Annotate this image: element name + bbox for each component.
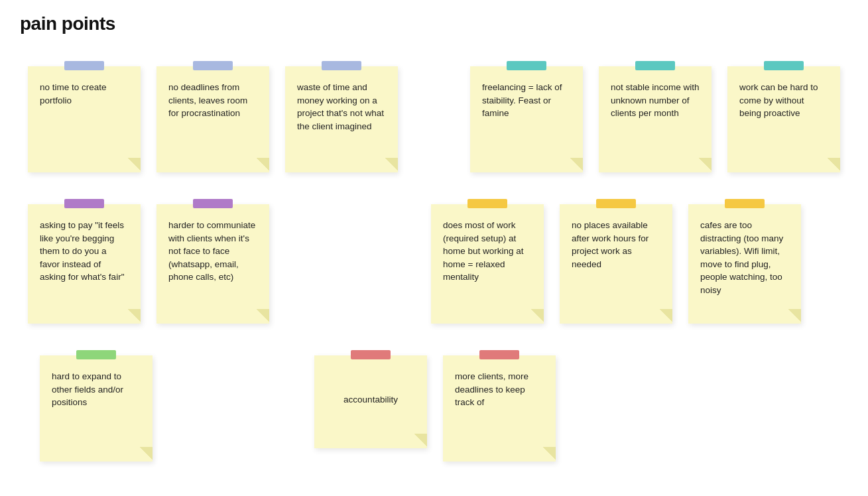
sticky-body-9: does most of work (required setup) at ho… [431, 204, 544, 324]
sticky-body-1: no time to create portfolio [28, 66, 141, 172]
sticky-note-5: not stable income with unknown number of… [599, 61, 712, 172]
sticky-body-8: harder to communiate with clients when i… [156, 204, 269, 324]
tape-10 [596, 199, 636, 208]
sticky-body-10: no places available after work hours for… [560, 204, 672, 324]
board: no time to create portfolio no deadlines… [20, 54, 848, 468]
tape-5 [635, 61, 675, 70]
sticky-note-2: no deadlines from clients, leaves room f… [156, 61, 269, 172]
note-text-11: cafes are too distracting (too many vari… [700, 220, 783, 295]
sticky-note-10: no places available after work hours for… [560, 199, 672, 324]
note-text-4: freelancing = lack of staibility. Feast … [482, 82, 562, 118]
sticky-note-11: cafes are too distracting (too many vari… [688, 199, 801, 324]
note-text-5: not stable income with unknown number of… [611, 82, 700, 118]
sticky-body-14: more clients, more deadlines to keep tra… [443, 355, 556, 462]
tape-1 [64, 61, 104, 70]
note-text-13: accountability [343, 393, 398, 406]
sticky-note-14: more clients, more deadlines to keep tra… [443, 350, 556, 462]
tape-11 [725, 199, 765, 208]
tape-6 [764, 61, 804, 70]
sticky-body-6: work can be hard to come by without bein… [727, 66, 840, 172]
note-text-3: waste of time and money working on a pro… [297, 82, 384, 131]
sticky-note-4: freelancing = lack of staibility. Feast … [470, 61, 583, 172]
sticky-body-7: asking to pay "it feels like you're begg… [28, 204, 141, 324]
note-text-10: no places available after work hours for… [572, 220, 649, 269]
sticky-note-1: no time to create portfolio [28, 61, 141, 172]
sticky-note-13: accountability [314, 350, 427, 448]
note-text-9: does most of work (required setup) at ho… [443, 220, 524, 282]
sticky-note-8: harder to communiate with clients when i… [156, 199, 269, 324]
tape-12 [76, 350, 116, 359]
sticky-note-7: asking to pay "it feels like you're begg… [28, 199, 141, 324]
sticky-body-2: no deadlines from clients, leaves room f… [156, 66, 269, 172]
sticky-body-3: waste of time and money working on a pro… [285, 66, 398, 172]
sticky-body-4: freelancing = lack of staibility. Feast … [470, 66, 583, 172]
sticky-body-11: cafes are too distracting (too many vari… [688, 204, 801, 324]
page-title: pain points [20, 13, 848, 34]
sticky-note-3: waste of time and money working on a pro… [285, 61, 398, 172]
note-text-12: hard to expand to other fields and/or po… [52, 371, 123, 407]
tape-3 [322, 61, 361, 70]
note-text-8: harder to communiate with clients when i… [168, 220, 255, 282]
sticky-note-9: does most of work (required setup) at ho… [431, 199, 544, 324]
tape-9 [467, 199, 507, 208]
note-text-7: asking to pay "it feels like you're begg… [40, 220, 124, 282]
note-text-6: work can be hard to come by without bein… [739, 82, 818, 118]
tape-7 [64, 199, 104, 208]
tape-14 [479, 350, 519, 359]
sticky-body-12: hard to expand to other fields and/or po… [40, 355, 153, 462]
note-text-2: no deadlines from clients, leaves room f… [168, 82, 247, 118]
tape-8 [193, 199, 233, 208]
note-text-14: more clients, more deadlines to keep tra… [455, 371, 528, 407]
sticky-note-12: hard to expand to other fields and/or po… [40, 350, 153, 462]
sticky-note-6: work can be hard to come by without bein… [727, 61, 840, 172]
sticky-body-5: not stable income with unknown number of… [599, 66, 712, 172]
tape-4 [507, 61, 546, 70]
note-text-1: no time to create portfolio [40, 82, 107, 105]
sticky-body-13: accountability [314, 355, 427, 448]
tape-2 [193, 61, 233, 70]
tape-13 [351, 350, 391, 359]
